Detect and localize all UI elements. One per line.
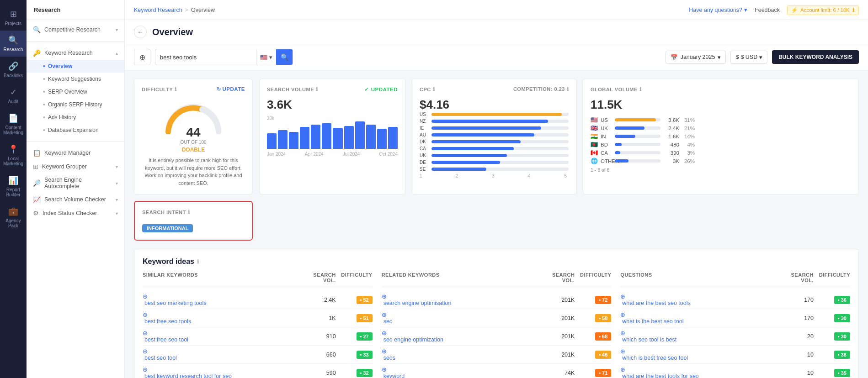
grouper-icon: ⊞ <box>33 163 38 170</box>
sidebar-item-backlinks[interactable]: 🔗 Backlinks <box>0 57 27 83</box>
ki-keyword-link[interactable]: best keyword research tool for seo <box>144 373 299 378</box>
ki-add-icon[interactable]: ⊕ <box>620 366 777 373</box>
ki-keyword-link[interactable]: best free seo tool <box>144 336 299 343</box>
add-keyword-button[interactable]: ⊕ <box>134 49 150 65</box>
search-input[interactable] <box>155 54 256 61</box>
ki-vol-cell: 201K <box>538 297 575 303</box>
ki-keyword-link[interactable]: what is the best seo tool <box>622 318 777 325</box>
competition-info-icon[interactable]: ℹ <box>567 86 569 92</box>
main-content: Keyword Research > Overview Have any que… <box>125 0 868 378</box>
sidebar-item-research[interactable]: 🔍 Research <box>0 31 27 57</box>
ki-keyword-link[interactable]: seos <box>383 355 538 361</box>
ki-add-icon[interactable]: ⊕ <box>620 311 777 318</box>
country-code: UK <box>420 153 429 158</box>
gv-country-code: UK <box>601 126 612 131</box>
currency-picker[interactable]: $ $ USD ▾ <box>730 51 767 64</box>
country-code: DE <box>420 160 429 165</box>
ki-keyword-link[interactable]: best seo tool <box>144 355 299 361</box>
breadcrumb-current: Overview <box>191 7 215 13</box>
difficulty-badge: • 36 <box>834 296 850 304</box>
difficulty-badge: • 30 <box>834 332 850 341</box>
sidebar-item-content[interactable]: 📄 Content Marketing <box>0 109 27 140</box>
ki-info-icon[interactable]: ℹ <box>197 259 199 265</box>
account-limit[interactable]: ⚡ Account limit: 6 / 10K ℹ <box>787 5 859 15</box>
sidebar-item-competitive[interactable]: 🔍 Competitive Research ▾ <box>27 23 124 37</box>
autocomplete-icon: 🔎 <box>33 179 41 187</box>
sidebar-item-autocomplete[interactable]: 🔎 Search Engine Autocomplete ▾ <box>27 173 124 193</box>
ki-add-icon[interactable]: ⊕ <box>143 293 299 300</box>
gv-country-row: 🇬🇧 UK 2.4K 21% <box>591 125 851 131</box>
flag-dropdown-icon: ▾ <box>269 54 272 61</box>
difficulty-badge: • 35 <box>834 369 850 377</box>
chevron-down-icon: ▾ <box>116 27 118 32</box>
help-link[interactable]: Have any questions? ▾ <box>689 6 747 13</box>
ki-add-icon[interactable]: ⊕ <box>382 366 538 373</box>
gv-info-icon[interactable]: ℹ <box>639 86 642 92</box>
country-bar-track <box>431 154 569 157</box>
ki-keyword-link[interactable]: which is best free seo tool <box>622 355 777 361</box>
gv-country-code: US <box>601 117 612 123</box>
country-code: IE <box>420 126 429 131</box>
sv-info-icon[interactable]: ℹ <box>316 86 318 92</box>
sidebar-item-projects[interactable]: ⊞ Projects <box>0 5 27 31</box>
sidebar-subitem-organic-serp[interactable]: Organic SERP History <box>27 98 124 111</box>
sidebar-item-keyword-research[interactable]: 🔑 Keyword Research ▴ <box>27 46 124 60</box>
ki-keyword-link[interactable]: seo engine optimization <box>383 336 538 343</box>
ki-add-icon[interactable]: ⊕ <box>143 366 299 373</box>
breadcrumb-link[interactable]: Keyword Research <box>134 7 182 13</box>
sidebar-subitem-ads-history[interactable]: Ads History <box>27 111 124 124</box>
cpc-info-icon[interactable]: ℹ <box>433 86 435 92</box>
ki-add-icon[interactable]: ⊕ <box>143 348 299 355</box>
ki-add-icon[interactable]: ⊕ <box>382 330 538 336</box>
difficulty-badge: • 33 <box>357 351 373 359</box>
ki-add-icon[interactable]: ⊕ <box>382 293 538 300</box>
ki-add-icon[interactable]: ⊕ <box>143 311 299 318</box>
dollar-icon: $ <box>735 54 739 60</box>
bulk-analysis-button[interactable]: BULK KEYWORD ANALYSIS <box>772 50 859 64</box>
ki-keyword-link[interactable]: what are the best seo tools <box>622 300 777 306</box>
ki-keyword-link[interactable]: what are the best tools for seo <box>622 373 777 378</box>
feedback-link[interactable]: Feedback <box>755 7 780 13</box>
sidebar-item-index-checker[interactable]: ⚙ Index Status Checker ▾ <box>27 206 124 220</box>
country-flag-button[interactable]: 🇺🇸 ▾ <box>256 49 276 65</box>
sidebar-subitem-suggestions[interactable]: Keyword Suggestions <box>27 73 124 85</box>
intent-info-icon[interactable]: ℹ <box>188 209 190 215</box>
ki-add-icon[interactable]: ⊕ <box>143 330 299 336</box>
sidebar-subitem-db-expansion[interactable]: Database Expansion <box>27 124 124 136</box>
sidebar-item-audit[interactable]: ✓ Audit <box>0 83 27 109</box>
ki-vol-cell: 170 <box>777 297 814 303</box>
ki-keyword-link[interactable]: search engine optimisation <box>383 300 538 306</box>
sidebar-item-keyword-manager[interactable]: 📋 Keyword Manager <box>27 146 124 160</box>
ki-row: ⊕ seos 201K • 46 <box>382 346 612 364</box>
sidebar-item-volume-checker[interactable]: 📈 Search Volume Checker ▾ <box>27 193 124 206</box>
difficulty-info-icon[interactable]: ℹ <box>175 86 177 92</box>
date-picker[interactable]: 📅 January 2025 ▾ <box>666 51 726 64</box>
sidebar-item-local[interactable]: 📍 Local Marketing <box>0 140 27 171</box>
ki-keyword-link[interactable]: best free seo tools <box>144 318 299 325</box>
ki-add-icon[interactable]: ⊕ <box>382 348 538 355</box>
ki-keyword-cell: ⊕ what are the best tools for seo <box>620 366 777 378</box>
back-button[interactable]: ← <box>134 26 147 38</box>
ki-add-icon[interactable]: ⊕ <box>620 293 777 300</box>
sidebar-item-keyword-grouper[interactable]: ⊞ Keyword Grouper ▾ <box>27 160 124 173</box>
update-button[interactable]: ↻ Update <box>217 86 245 92</box>
ki-keyword-link[interactable]: which seo tool is best <box>622 336 777 343</box>
search-button[interactable]: 🔍 <box>276 49 293 65</box>
ki-row: ⊕ keyword 74K • 71 <box>382 364 612 378</box>
audit-icon: ✓ <box>10 87 17 97</box>
chevron-up-icon: ▴ <box>116 51 118 56</box>
sidebar-subitem-overview[interactable]: Overview <box>27 60 124 73</box>
ki-add-icon[interactable]: ⊕ <box>382 311 538 318</box>
sidebar-item-report[interactable]: 📊 Report Builder <box>0 171 27 202</box>
ki-diff-cell: • 33 <box>336 351 373 359</box>
ki-keyword-link[interactable]: keyword <box>383 373 538 378</box>
ki-add-icon[interactable]: ⊕ <box>620 348 777 355</box>
gv-country-pct: 3% <box>682 150 695 156</box>
gv-country-pct: 26% <box>682 158 695 164</box>
ki-keyword-link[interactable]: seo <box>383 318 538 325</box>
ki-keyword-link[interactable]: best seo marketing tools <box>144 300 299 306</box>
sidebar-subitem-serp[interactable]: SERP Overview <box>27 85 124 98</box>
sidebar-item-agency[interactable]: 💼 Agency Pack <box>0 202 27 233</box>
gv-country-val: 480 <box>663 142 679 147</box>
ki-add-icon[interactable]: ⊕ <box>620 330 777 336</box>
